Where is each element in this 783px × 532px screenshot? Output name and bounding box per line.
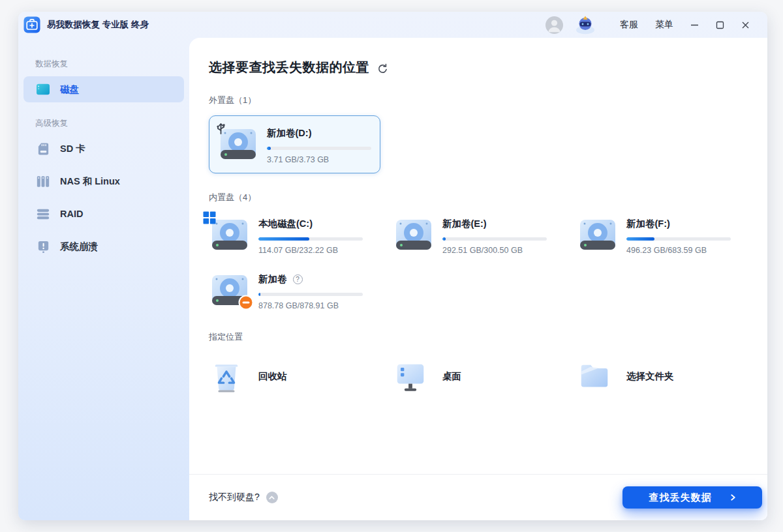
sd-card-icon [36,142,50,156]
scan-lost-data-button[interactable]: 查找丢失数据 [622,486,762,509]
assistant-mascot-icon[interactable] [574,15,597,35]
internal-disks-list: 本地磁盘(C:) 114.07 GB/232.22 GB [209,215,761,310]
drive-capacity: 496.23 GB/683.59 GB [626,246,731,255]
location-label: 回收站 [258,370,287,383]
close-button[interactable] [733,17,758,33]
support-button[interactable]: 客服 [611,15,647,35]
disk-icon [36,83,50,96]
hard-drive-icon [393,215,435,253]
drive-name: 新加卷(E:) [442,218,487,230]
sidebar: 数据恢复 磁盘 高级恢复 SD 卡 NAS 和 Linux RAID 系统崩溃 [18,38,189,520]
app-logo-icon [23,16,40,33]
sidebar-section-header: 高级恢复 [35,118,189,129]
sidebar-section: 数据恢复 磁盘 [18,59,189,102]
help-icon[interactable] [293,274,303,284]
folder-icon [577,359,612,394]
capacity-bar [267,147,371,150]
windows-badge-icon [203,211,216,224]
drive-item-selected[interactable]: 新加卷(D:) 3.71 GB/3.73 GB [209,115,380,173]
app-window: 易我数据恢复 专业版 终身 客服 菜单 [18,12,767,520]
sidebar-section: 高级恢复 SD 卡 NAS 和 Linux RAID 系统崩溃 [18,118,189,259]
sidebar-item-label: RAID [60,209,83,219]
usb-badge-icon [214,121,228,135]
arrow-right-icon [730,494,736,501]
recycle-bin-icon [209,359,244,394]
system-crash-icon [36,240,50,254]
location-select-folder[interactable]: 选择文件夹 [577,359,761,394]
drive-item[interactable]: 本地磁盘(C:) 114.07 GB/232.22 GB [209,215,393,255]
location-desktop[interactable]: 桌面 [393,359,577,394]
drive-capacity: 292.51 GB/300.50 GB [442,246,547,255]
cant-find-disk-toggle[interactable]: 找不到硬盘? [209,492,278,503]
sidebar-item-disk[interactable]: 磁盘 [23,76,184,102]
external-disks-label: 外置盘（1） [209,95,761,106]
drive-name: 新加卷(D:) [267,127,311,140]
desktop-icon [393,359,428,394]
capacity-bar [626,237,731,241]
location-label: 桌面 [442,370,461,383]
drive-name: 新加卷(F:) [626,218,670,230]
refresh-icon[interactable] [377,63,388,74]
sidebar-item-system-crash[interactable]: 系统崩溃 [23,233,184,259]
drive-name: 新加卷 [258,273,287,286]
sidebar-section-header: 数据恢复 [35,59,189,70]
hard-drive-icon [577,215,619,253]
internal-disks-label: 内置盘（4） [209,192,761,203]
sidebar-item-label: 系统崩溃 [60,241,98,253]
menu-button[interactable]: 菜单 [647,15,682,35]
main-panel: 选择要查找丢失数据的位置 外置盘（1） [189,38,767,520]
location-recycle-bin[interactable]: 回收站 [209,359,393,394]
locations-list: 回收站 桌面 选择文件夹 [209,359,761,394]
raid-icon [36,207,50,221]
sidebar-item-label: 磁盘 [60,83,79,96]
footer-bar: 找不到硬盘? 查找丢失数据 [189,474,767,520]
chevron-up-icon [266,492,278,503]
maximize-button[interactable] [707,17,733,33]
capacity-bar [442,237,547,241]
sidebar-item-nas-linux[interactable]: NAS 和 Linux [23,168,184,194]
hard-drive-icon [209,215,251,253]
sidebar-item-label: SD 卡 [60,143,85,155]
drive-item[interactable]: 新加卷(E:) 292.51 GB/300.50 GB [393,215,577,255]
external-disks-list: 新加卷(D:) 3.71 GB/3.73 GB [209,115,761,173]
user-avatar[interactable] [545,16,563,34]
cant-find-disk-label: 找不到硬盘? [209,492,260,503]
titlebar: 易我数据恢复 专业版 终身 客服 菜单 [18,12,767,38]
drive-name: 本地磁盘(C:) [258,218,313,230]
hard-drive-icon [217,125,259,162]
minimize-button[interactable] [682,17,707,33]
drive-capacity: 3.71 GB/3.73 GB [267,155,371,164]
drive-capacity: 114.07 GB/232.22 GB [258,246,363,255]
hard-drive-icon [209,271,251,308]
nas-icon [36,175,50,188]
location-label: 选择文件夹 [626,370,674,383]
sidebar-item-label: NAS 和 Linux [60,175,120,188]
app-title: 易我数据恢复 专业版 终身 [47,19,149,31]
page-title: 选择要查找丢失数据的位置 [209,59,369,76]
capacity-bar [258,293,363,296]
locations-label: 指定位置 [209,331,761,343]
offline-badge-icon [238,295,254,310]
drive-capacity: 878.78 GB/878.91 GB [258,301,363,310]
drive-item[interactable]: 新加卷(F:) 496.23 GB/683.59 GB [577,215,761,255]
sidebar-item-raid[interactable]: RAID [23,201,184,227]
drive-item[interactable]: 新加卷 878.78 GB/878.91 GB [209,271,393,310]
capacity-bar [258,237,363,241]
scan-button-label: 查找丢失数据 [649,492,712,504]
sidebar-item-sd-card[interactable]: SD 卡 [23,136,184,162]
